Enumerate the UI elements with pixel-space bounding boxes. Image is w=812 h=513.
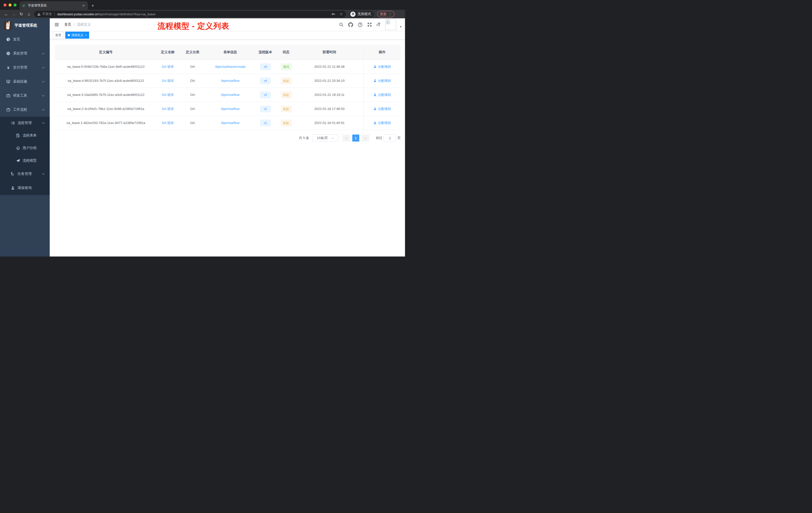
bookmark-star-icon[interactable]: ☆: [340, 12, 343, 16]
table-row: oa_leave:1:482ec033-762a-11ec-8477-a2380…: [55, 116, 401, 130]
assign-rule-link[interactable]: 分配规则: [373, 79, 391, 83]
url-host: dashboard.yudao.iocoder.cn: [57, 12, 98, 16]
definition-name-link[interactable]: OA 请假: [162, 93, 174, 97]
url-path: /bpm/manager/definition?key=oa_leave: [98, 12, 155, 16]
help-icon[interactable]: [358, 22, 362, 27]
definition-name-link[interactable]: OA 请假: [162, 107, 174, 111]
next-page-button[interactable]: ›: [361, 134, 369, 142]
deploy-time: 2022-01-22 21:48:38: [295, 60, 363, 73]
form-link[interactable]: /bpm/oa/flow: [221, 121, 239, 125]
tag-process-definition[interactable]: 流程定义 ×: [65, 32, 89, 39]
tab-close-icon[interactable]: ×: [82, 3, 85, 7]
definition-name-link[interactable]: OA 请假: [162, 79, 174, 83]
sidebar-item-label: 流程模型: [23, 158, 37, 163]
tag-home[interactable]: 首页: [53, 32, 64, 39]
window-right-edge: [405, 10, 406, 256]
current-page-button[interactable]: 1: [352, 134, 359, 142]
breadcrumb-home[interactable]: 首页: [64, 22, 71, 27]
sidebar-item-leave-query[interactable]: 请假查询: [0, 181, 50, 195]
font-size-icon[interactable]: tT: [377, 22, 380, 27]
status-badge: 激活: [281, 63, 291, 70]
update-label: 更新: [380, 12, 386, 16]
active-tag-dot: [68, 34, 70, 36]
form-link[interactable]: /bpm/oa/flow: [221, 79, 239, 83]
table-row: oa_leave:3:1fad3d93-7b75-11ec-a3c8-acde4…: [55, 88, 401, 102]
sidebar-item-home[interactable]: 首页: [0, 32, 50, 47]
update-browser-button[interactable]: 更新 ⋮: [377, 11, 395, 17]
breadcrumb: 首页 / 流程定义: [64, 22, 91, 27]
assign-rule-link[interactable]: 分配规则: [373, 64, 391, 69]
breadcrumb-separator: /: [74, 23, 75, 27]
prev-page-button[interactable]: ‹: [343, 134, 350, 142]
sidebar-item-process-management[interactable]: 流程管理: [0, 117, 50, 129]
table-header-row: 定义编号 定义名称 定义分类 表单信息 流程版本 状态 部署时间 操作: [55, 45, 401, 60]
sidebar-item-label: 支付管理: [13, 65, 27, 70]
dashboard-icon: [6, 37, 10, 41]
version-badge: v2: [260, 105, 271, 112]
column-header: 流程版本: [254, 45, 277, 59]
security-label: 不安全: [42, 12, 52, 16]
minimize-window-button[interactable]: [8, 3, 11, 6]
close-window-button[interactable]: [3, 3, 6, 6]
sidebar-item-payment[interactable]: ¥ 支付管理: [0, 60, 50, 74]
reload-button[interactable]: ↻: [18, 12, 25, 16]
definition-category: OA: [179, 88, 206, 102]
github-icon[interactable]: [348, 22, 353, 27]
definition-name-link[interactable]: OA 请假: [162, 64, 174, 69]
tag-label: 首页: [55, 33, 61, 37]
search-icon[interactable]: [339, 22, 344, 27]
assign-rule-link[interactable]: 分配规则: [373, 121, 391, 125]
fullscreen-icon[interactable]: [367, 22, 372, 27]
sidebar-item-process-form[interactable]: 流程表单: [0, 129, 50, 142]
version-badge: v5: [260, 63, 271, 70]
new-tab-button[interactable]: +: [91, 3, 94, 8]
password-key-icon[interactable]: [331, 12, 336, 16]
sidebar-item-system[interactable]: 系统管理: [0, 47, 50, 60]
page-size-select[interactable]: 10条/页: [313, 134, 338, 142]
sidebar-item-infrastructure[interactable]: 基础设施: [0, 74, 50, 89]
sidebar-item-user-group[interactable]: 用户分组: [0, 142, 50, 154]
paper-plane-icon: [16, 159, 20, 163]
window-controls: [0, 0, 20, 10]
forward-button[interactable]: →: [10, 12, 18, 16]
table-row: oa_leave:5:004b710b-7b8a-11ec-8ef0-acde4…: [55, 60, 401, 74]
form-link[interactable]: /bpm/oa/flow: [221, 93, 239, 97]
sidebar-item-process-model[interactable]: 流程模型: [0, 154, 50, 167]
page-content: 定义编号 定义名称 定义分类 表单信息 流程版本 状态 部署时间 操作 oa_l…: [50, 40, 406, 256]
address-bar[interactable]: 不安全 dashboard.yudao.iocoder.cn /bpm/mana…: [34, 11, 346, 17]
sidebar-item-task-management[interactable]: 任务管理: [0, 167, 50, 181]
sidebar-item-workflow[interactable]: 工作流程: [0, 103, 50, 117]
assign-rule-label: 分配规则: [378, 121, 391, 125]
sidebar-item-label: 用户分组: [23, 146, 37, 150]
definition-id: oa_leave:3:1fad3d93-7b75-11ec-a3c8-acde4…: [55, 88, 157, 102]
app-title: 芋道管理系统: [14, 23, 37, 28]
home-button[interactable]: ⌂: [25, 12, 33, 16]
browser-tab[interactable]: 芋道管理系统 ×: [20, 1, 88, 10]
sidebar-item-label: 首页: [13, 37, 20, 42]
hamburger-icon[interactable]: [53, 22, 61, 27]
tree-icon: [11, 172, 15, 176]
column-header: 表单信息: [206, 45, 254, 59]
avatar-caret-icon[interactable]: ▼: [400, 25, 402, 28]
browser-menu-icon[interactable]: ⋮: [388, 12, 392, 16]
toolbox-icon: [6, 108, 10, 112]
incognito-label: 无痕模式: [357, 12, 371, 16]
form-link[interactable]: /bpm/oa/flow: [221, 107, 239, 111]
sidebar-item-label: 工作流程: [13, 108, 27, 112]
definition-name-link[interactable]: OA 请假: [162, 121, 174, 125]
maximize-window-button[interactable]: [13, 3, 17, 6]
sidebar-item-label: 请假查询: [18, 186, 32, 190]
logo-rabbit-image: [3, 21, 12, 30]
deploy-time: 2022-01-16 01:40:51: [295, 116, 363, 130]
tag-close-icon[interactable]: ×: [85, 34, 87, 37]
sidebar-item-devtools[interactable]: 研发工具: [0, 89, 50, 103]
back-button[interactable]: ←: [2, 12, 10, 16]
assign-rule-link[interactable]: 分配规则: [373, 93, 391, 97]
goto-page-input[interactable]: [384, 134, 396, 142]
assign-rule-link[interactable]: 分配规则: [373, 107, 391, 111]
column-header: 部署时间: [295, 45, 363, 59]
form-link[interactable]: /bpm/oa/leave/create: [215, 65, 245, 68]
sidebar-item-label: 研发工具: [13, 93, 27, 98]
favicon-seedling-icon: [22, 4, 26, 7]
avatar[interactable]: [385, 19, 396, 30]
